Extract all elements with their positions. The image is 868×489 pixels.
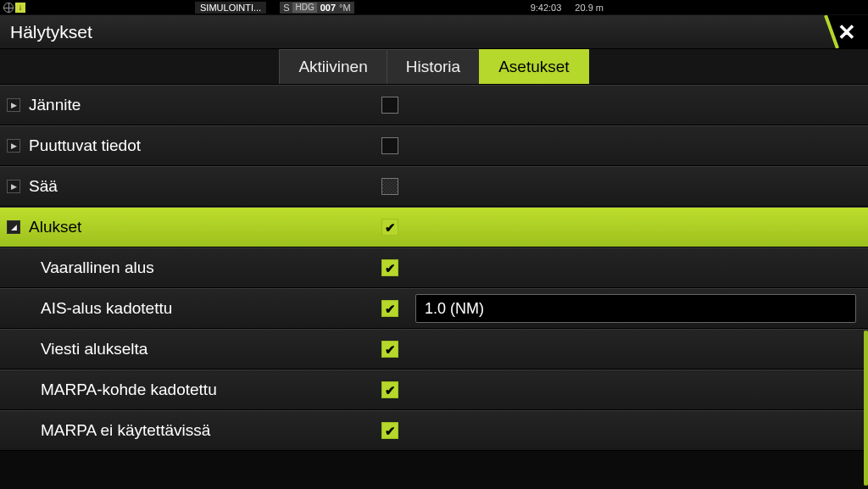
row-label: AIS-alus kadotettu xyxy=(41,299,172,318)
row-label: Alukset xyxy=(29,218,81,236)
row-marpa-lost[interactable]: MARPA-kohde kadotettu xyxy=(0,370,868,410)
checkbox-vessels[interactable] xyxy=(381,219,398,236)
ais-lost-value-field[interactable]: 1.0 (NM) xyxy=(415,294,856,323)
row-voltage[interactable]: ▶ Jännite xyxy=(0,85,868,125)
row-dangerous-vessel[interactable]: Vaarallinen alus xyxy=(0,247,868,288)
row-ais-lost[interactable]: AIS-alus kadotettu 1.0 (NM) xyxy=(0,288,868,329)
row-vessels[interactable]: ◢ Alukset xyxy=(0,207,868,247)
scrollbar-thumb[interactable] xyxy=(864,331,868,486)
chevron-down-icon[interactable]: ◢ xyxy=(7,220,20,234)
row-weather[interactable]: ▶ Sää xyxy=(0,166,868,207)
checkbox-voltage[interactable] xyxy=(381,97,398,114)
row-label: Viesti alukselta xyxy=(41,340,147,358)
checkbox-missing-data[interactable] xyxy=(381,137,398,154)
tab-active[interactable]: Aktiivinen xyxy=(279,49,386,84)
hdg-unit: °M xyxy=(339,3,351,13)
tab-history[interactable]: Historia xyxy=(387,49,479,84)
page-title: Hälytykset xyxy=(10,22,92,42)
chevron-right-icon[interactable]: ▶ xyxy=(7,98,20,112)
hdg-label: HDG xyxy=(292,3,316,13)
status-heading: S HDG 007 °M xyxy=(280,2,354,14)
row-label: Jännite xyxy=(29,96,81,114)
row-marpa-unavailable[interactable]: MARPA ei käytettävissä xyxy=(0,410,868,451)
title-bar: Hälytykset ✕ xyxy=(0,15,868,49)
row-missing-data[interactable]: ▶ Puuttuvat tiedot xyxy=(0,125,868,166)
row-label: Puuttuvat tiedot xyxy=(29,136,141,155)
row-label: MARPA ei käytettävissä xyxy=(41,421,210,440)
checkbox-marpa-lost[interactable] xyxy=(381,381,398,398)
checkbox-weather[interactable] xyxy=(381,178,398,195)
close-button[interactable]: ✕ xyxy=(809,15,868,48)
checkbox-marpa-unavailable[interactable] xyxy=(381,422,398,439)
checkbox-vessel-message[interactable] xyxy=(381,341,398,358)
tab-bar: Aktiivinen Historia Asetukset xyxy=(0,49,868,85)
row-label: MARPA-kohde kadotettu xyxy=(41,381,217,399)
status-icons: ↓ xyxy=(3,3,25,13)
row-label: Vaarallinen alus xyxy=(41,258,154,277)
chevron-right-icon[interactable]: ▶ xyxy=(7,180,20,193)
checkbox-ais-lost[interactable] xyxy=(381,300,398,317)
status-time: 9:42:03 xyxy=(531,3,562,13)
status-simulation: SIMULOINTI... xyxy=(195,2,266,14)
download-icon: ↓ xyxy=(15,3,25,13)
status-depth: 20.9 m xyxy=(575,3,604,13)
row-vessel-message[interactable]: Viesti alukselta xyxy=(0,329,868,370)
settings-list: ▶ Jännite ▶ Puuttuvat tiedot ▶ Sää ◢ Alu… xyxy=(0,85,868,489)
hdg-prefix: S xyxy=(283,3,289,13)
status-bar: ↓ SIMULOINTI... S HDG 007 °M 9:42:03 20.… xyxy=(0,0,868,15)
globe-icon xyxy=(3,3,14,13)
hdg-value: 007 xyxy=(320,3,336,13)
row-label: Sää xyxy=(29,177,58,196)
tab-settings[interactable]: Asetukset xyxy=(479,49,588,84)
checkbox-dangerous-vessel[interactable] xyxy=(381,259,398,276)
chevron-right-icon[interactable]: ▶ xyxy=(7,139,20,153)
close-icon: ✕ xyxy=(837,21,856,43)
